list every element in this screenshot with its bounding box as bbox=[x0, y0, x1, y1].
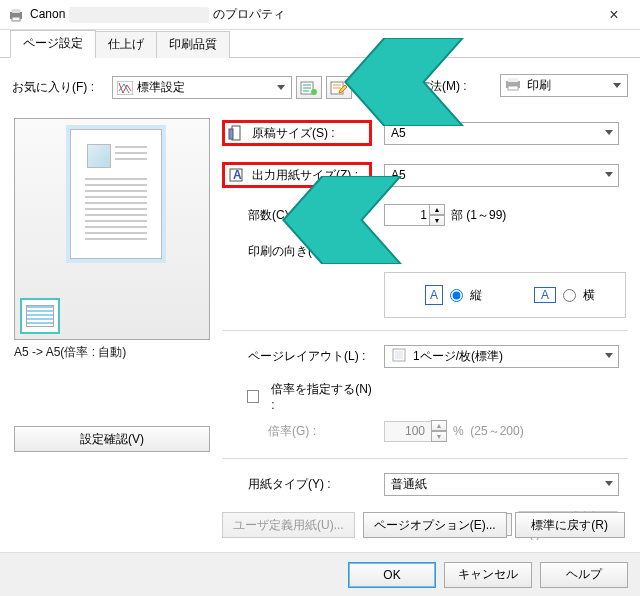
restore-defaults-button[interactable]: 標準に戻す(R) bbox=[515, 512, 625, 538]
chevron-down-icon bbox=[273, 79, 289, 96]
scaling-spinner: ▲▼ bbox=[431, 420, 447, 442]
printer-icon bbox=[8, 7, 24, 23]
layout-select[interactable]: 1ページ/枚(標準) bbox=[384, 345, 619, 368]
window-title: Canonのプロパティ bbox=[30, 6, 596, 23]
chevron-down-icon bbox=[601, 475, 617, 492]
output-method-label: 方法(M) : bbox=[418, 78, 467, 95]
ok-button[interactable]: OK bbox=[348, 562, 436, 588]
preview-stack-thumb[interactable] bbox=[20, 298, 60, 334]
tab-finishing[interactable]: 仕上げ bbox=[95, 31, 157, 58]
preview-page bbox=[70, 129, 162, 259]
output-size-label: A 出力用紙サイズ(Z) : bbox=[222, 162, 372, 188]
chevron-down-icon bbox=[601, 347, 617, 364]
favorites-add-button[interactable] bbox=[296, 76, 322, 99]
svg-rect-15 bbox=[395, 351, 403, 359]
svg-rect-11 bbox=[229, 129, 233, 139]
print-preview bbox=[14, 118, 210, 340]
tab-page-setup[interactable]: ページ設定 bbox=[10, 30, 96, 58]
orientation-group: A 縦 A 横 bbox=[384, 272, 626, 318]
svg-rect-2 bbox=[12, 17, 20, 21]
copies-input[interactable]: 1 bbox=[384, 204, 430, 226]
chevron-down-icon bbox=[601, 166, 617, 183]
orientation-portrait[interactable]: A 縦 bbox=[425, 285, 482, 305]
svg-rect-9 bbox=[508, 86, 518, 90]
close-icon[interactable]: × bbox=[596, 6, 632, 24]
favorites-value: 標準設定 bbox=[137, 79, 185, 96]
tab-strip: ページ設定 仕上げ 印刷品質 bbox=[0, 30, 640, 58]
scaling-check[interactable]: 倍率を指定する(N) : bbox=[222, 381, 372, 412]
layout-icon bbox=[391, 347, 407, 366]
paper-type-select[interactable]: 普通紙 bbox=[384, 473, 619, 496]
help-button[interactable]: ヘルプ bbox=[540, 562, 628, 588]
page-size-label: 原稿サイズ(S) : bbox=[222, 120, 372, 146]
page-options-button[interactable]: ページオプション(E)... bbox=[363, 512, 507, 538]
page-size-select[interactable]: A5 bbox=[384, 122, 619, 145]
favorites-edit-button[interactable] bbox=[326, 76, 352, 99]
output-size-icon: A bbox=[226, 166, 246, 184]
output-method-value: 印刷 bbox=[527, 77, 551, 94]
tab-quality[interactable]: 印刷品質 bbox=[156, 31, 230, 58]
chevron-down-icon bbox=[609, 77, 625, 94]
preview-caption: A5 -> A5(倍率 : 自動) bbox=[14, 344, 126, 361]
copies-unit: 部 (1～99) bbox=[451, 207, 506, 224]
printer-small-icon bbox=[505, 77, 521, 94]
scaling-input: 100 bbox=[384, 421, 432, 442]
orientation-landscape[interactable]: A 横 bbox=[534, 287, 595, 304]
svg-text:A: A bbox=[233, 168, 242, 182]
orientation-label: 印刷の向き(T) : bbox=[222, 243, 372, 260]
svg-rect-1 bbox=[12, 9, 20, 13]
chevron-down-icon bbox=[601, 124, 617, 141]
favorites-select[interactable]: 標準設定 bbox=[112, 76, 292, 99]
cancel-button[interactable]: キャンセル bbox=[444, 562, 532, 588]
paper-type-label: 用紙タイプ(Y) : bbox=[222, 476, 372, 493]
svg-point-5 bbox=[311, 89, 317, 95]
user-paper-button: ユーザ定義用紙(U)... bbox=[222, 512, 355, 538]
scaling-label: 倍率(G) : bbox=[222, 423, 372, 440]
confirm-settings-button[interactable]: 設定確認(V) bbox=[14, 426, 210, 452]
swatch-icon bbox=[117, 81, 133, 95]
copies-spinner[interactable]: ▲▼ bbox=[429, 204, 445, 226]
svg-rect-8 bbox=[508, 78, 518, 82]
output-size-select[interactable]: A5 bbox=[384, 164, 619, 187]
scaling-unit: % (25～200) bbox=[453, 423, 524, 440]
document-size-icon bbox=[226, 124, 246, 142]
favorites-label: お気に入り(F) : bbox=[12, 79, 112, 96]
layout-label: ページレイアウト(L) : bbox=[222, 348, 372, 365]
output-method-select[interactable]: 印刷 bbox=[500, 74, 628, 97]
copies-label: 部数(C) : bbox=[222, 207, 372, 224]
